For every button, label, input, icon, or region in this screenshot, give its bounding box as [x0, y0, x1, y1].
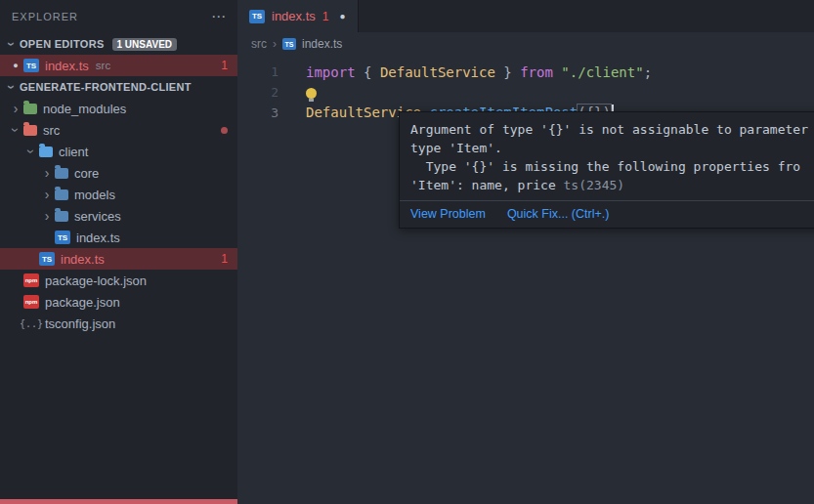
tree-item-label: index.ts	[76, 231, 120, 245]
error-hover-tooltip: Argument of type '{}' is not assignable …	[399, 111, 814, 229]
hover-message: Argument of type '{}' is not assignable …	[400, 112, 814, 200]
tree-item-label: package.json	[45, 295, 120, 310]
line-number: 3	[237, 105, 290, 120]
tree-item-package-json[interactable]: npm package.json	[0, 291, 237, 313]
view-problem-link[interactable]: View Problem	[410, 207, 486, 221]
unsaved-badge: 1 UNSAVED	[112, 38, 178, 51]
open-editors-label: OPEN EDITORS	[20, 38, 105, 50]
hover-actions: View Problem Quick Fix... (Ctrl+.)	[400, 200, 814, 228]
chevron-right-icon: ›	[39, 187, 55, 202]
chevron-right-icon: ›	[273, 37, 277, 51]
ts-file-icon: TS	[249, 10, 265, 23]
tab-bar: TS index.ts 1 ●	[237, 0, 814, 32]
tree-item-services[interactable]: › services	[0, 205, 237, 227]
folder-icon	[55, 211, 68, 222]
ts-file-icon: TS	[55, 231, 70, 244]
breadcrumb-folder[interactable]: src	[251, 37, 267, 51]
more-actions-icon[interactable]: ⋯	[211, 8, 226, 25]
token-keyword: import	[306, 64, 356, 80]
chevron-down-icon: ›	[4, 79, 20, 95]
breadcrumb-file[interactable]: index.ts	[302, 37, 342, 51]
lightbulb-icon[interactable]	[306, 88, 317, 99]
hover-text: 'Item': name, price	[410, 178, 564, 192]
folder-icon	[39, 147, 53, 157]
tree-item-label: core	[74, 166, 99, 181]
token-string: "./client"	[561, 64, 643, 80]
tree-item-node-modules[interactable]: › node_modules	[0, 98, 237, 119]
ts-file-icon: TS	[23, 59, 39, 72]
code-text: import { DefaultService } from "./client…	[290, 64, 652, 80]
tree-item-core[interactable]: › core	[0, 162, 237, 184]
chevron-down-icon: ›	[23, 144, 39, 159]
token-type: DefaultService	[380, 64, 495, 80]
dirty-dot-icon[interactable]: ●	[8, 61, 23, 70]
hover-text-line: type 'Item'.	[410, 139, 814, 157]
open-editor-item-index-ts[interactable]: ● TS index.ts src 1	[0, 55, 237, 76]
chevron-right-icon: ›	[8, 101, 23, 116]
npm-file-icon: npm	[23, 273, 39, 287]
explorer-title: EXPLORER	[12, 11, 78, 22]
tree-item-label: package-lock.json	[45, 273, 147, 288]
chevron-down-icon: ›	[8, 122, 23, 138]
tree-item-label: node_modules	[43, 102, 126, 116]
ts-file-icon: TS	[39, 252, 55, 266]
tree-item-label: client	[59, 145, 88, 159]
tab-index-ts[interactable]: TS index.ts 1 ●	[237, 0, 359, 32]
token-punctuation: ;	[644, 64, 652, 80]
breadcrumb[interactable]: src › TS index.ts	[237, 32, 814, 56]
open-editor-file-name: index.ts	[45, 59, 89, 73]
tab-label: index.ts	[272, 9, 316, 23]
folder-icon	[55, 189, 68, 200]
explorer-header: EXPLORER ⋯	[0, 0, 237, 33]
token-punctuation: {	[356, 64, 380, 80]
editor-area: TS index.ts 1 ● src › TS index.ts 1 impo…	[237, 0, 814, 504]
tree-item-src[interactable]: › src	[0, 119, 237, 141]
tree-item-tsconfig-json[interactable]: {..} tsconfig.json	[0, 313, 237, 334]
code-text	[290, 85, 317, 101]
modified-indicator-dot	[221, 127, 228, 134]
tree-item-client-index-ts[interactable]: TS index.ts	[0, 227, 237, 248]
chevron-down-icon: ›	[4, 36, 20, 52]
sidebar-bottom-strip	[0, 499, 237, 504]
tree-item-label: models	[74, 188, 115, 202]
error-count-badge: 1	[221, 252, 228, 266]
tree-item-label: src	[43, 123, 60, 138]
chevron-right-icon: ›	[39, 208, 55, 224]
line-number: 1	[237, 64, 290, 79]
folder-icon	[23, 125, 37, 136]
open-editors-section-header[interactable]: › OPEN EDITORS 1 UNSAVED	[0, 33, 237, 55]
tree-item-label: services	[74, 209, 121, 224]
hover-text-line: Argument of type '{}' is not assignable …	[410, 120, 814, 139]
error-count-badge: 1	[221, 59, 228, 72]
code-line-2: 2	[237, 82, 814, 103]
tree-item-label: tsconfig.json	[45, 316, 115, 331]
tree-item-models[interactable]: › models	[0, 184, 237, 205]
error-code: ts(2345)	[564, 178, 625, 192]
line-number: 2	[237, 85, 290, 100]
ts-file-icon: TS	[282, 38, 296, 50]
npm-file-icon: npm	[23, 295, 39, 309]
tree-item-src-index-ts[interactable]: TS index.ts 1	[0, 248, 237, 270]
tree-item-client[interactable]: › client	[0, 141, 237, 162]
quick-fix-link[interactable]: Quick Fix... (Ctrl+.)	[507, 207, 610, 221]
tab-error-count: 1	[322, 10, 329, 23]
folder-icon	[55, 168, 68, 179]
tree-item-package-lock-json[interactable]: npm package-lock.json	[0, 270, 237, 291]
token-punctuation: }	[495, 64, 520, 80]
tree-item-label: index.ts	[61, 252, 105, 267]
chevron-right-icon: ›	[39, 165, 55, 181]
project-section-header[interactable]: › GENERATE-FRONTEND-CLIENT	[0, 76, 237, 98]
project-label: GENERATE-FRONTEND-CLIENT	[20, 81, 192, 93]
token-keyword: from	[520, 64, 561, 80]
open-editor-file-folder: src	[96, 60, 110, 71]
json-config-file-icon: {..}	[23, 318, 39, 329]
explorer-sidebar: EXPLORER ⋯ › OPEN EDITORS 1 UNSAVED ● TS…	[0, 0, 237, 504]
dirty-dot-icon[interactable]: ●	[340, 11, 346, 21]
code-line-1: 1 import { DefaultService } from "./clie…	[237, 62, 814, 82]
hover-text-line: Type '{}' is missing the following prope…	[410, 157, 814, 176]
folder-icon	[23, 104, 37, 114]
hover-text-line: 'Item': name, price ts(2345)	[410, 176, 814, 194]
